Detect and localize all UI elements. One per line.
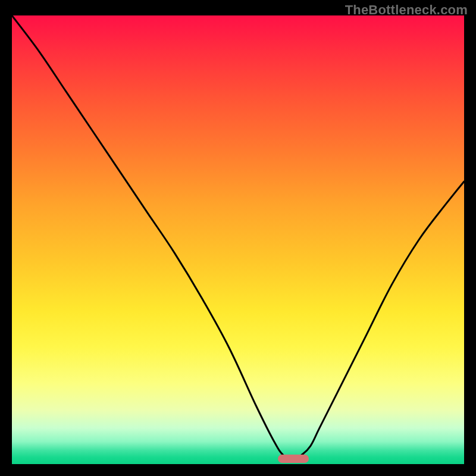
curve-svg — [12, 15, 464, 464]
chart-frame: TheBottleneck.com — [0, 0, 476, 476]
optimum-marker — [278, 455, 309, 463]
bottleneck-curve-path — [12, 15, 464, 460]
plot-area — [12, 15, 464, 464]
watermark-text: TheBottleneck.com — [345, 2, 468, 18]
